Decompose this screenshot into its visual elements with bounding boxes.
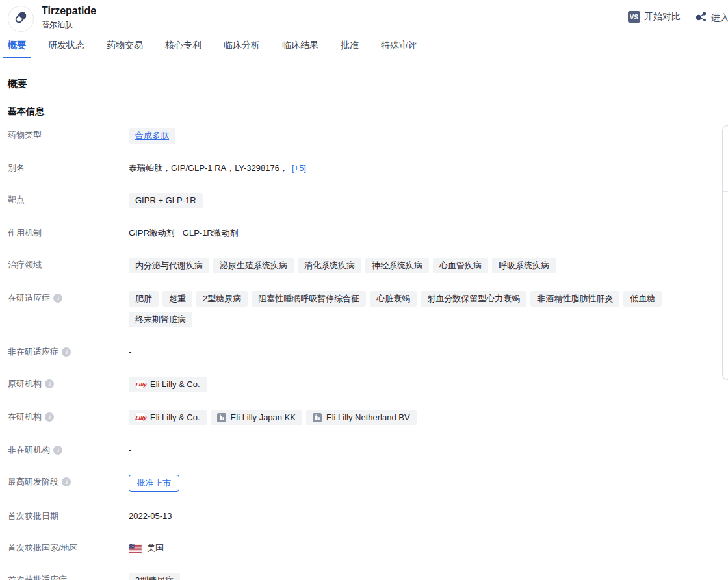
tab-drug-deals[interactable]: 药物交易 bbox=[107, 37, 143, 58]
org-name: Eli Lilly & Co. bbox=[150, 378, 200, 391]
row-drug-type: 药物类型 合成多肽 bbox=[8, 128, 728, 144]
building-icon bbox=[313, 413, 322, 422]
field-label: 非在研适应症 bbox=[8, 345, 58, 359]
page-header: Tirzepatide 替尔泊肽 VS 开始对比 进入 bbox=[0, 0, 728, 37]
drug-type-link[interactable]: 合成多肽 bbox=[135, 131, 169, 140]
tab-core-patents[interactable]: 核心专利 bbox=[165, 37, 202, 58]
field-label: 首次获批国家/地区 bbox=[8, 541, 129, 555]
field-label: 在研适应症 bbox=[8, 291, 50, 305]
vs-badge-icon: VS bbox=[628, 11, 640, 23]
therapy-area-tag[interactable]: 内分泌与代谢疾病 bbox=[129, 258, 209, 273]
drug-detail-page: Tirzepatide 替尔泊肽 VS 开始对比 进入 概要 研发状态 药物交易 bbox=[0, 0, 728, 580]
drug-avatar bbox=[8, 6, 34, 32]
org-name: Eli Lilly & Co. bbox=[150, 411, 200, 424]
row-target: 靶点 GIPR + GLP-1R bbox=[8, 193, 728, 208]
right-side-panel-edge[interactable] bbox=[722, 125, 728, 380]
field-label: 靶点 bbox=[8, 193, 129, 207]
info-icon[interactable]: i bbox=[62, 347, 71, 357]
side-panel-divider bbox=[723, 191, 728, 192]
field-label: 别名 bbox=[8, 161, 129, 175]
alias-text: 泰瑞帕肽，GIP/GLP-1 RA，LY-3298176， bbox=[129, 161, 288, 175]
highest-phase-badge[interactable]: 批准上市 bbox=[129, 475, 179, 492]
row-originator: 原研机构 i Lilly Eli Lilly & Co. bbox=[8, 377, 728, 392]
therapy-area-tag[interactable]: 呼吸系统疾病 bbox=[492, 258, 556, 273]
org-tag[interactable]: Eli Lilly Netherland BV bbox=[306, 410, 417, 425]
org-name: Eli Lilly Japan KK bbox=[231, 411, 296, 424]
basic-info-rows: 药物类型 合成多肽 别名 泰瑞帕肽，GIP/GLP-1 RA，LY-329817… bbox=[8, 128, 728, 580]
indication-tag[interactable]: 超重 bbox=[162, 291, 192, 307]
org-tag[interactable]: Lilly Eli Lilly & Co. bbox=[129, 410, 207, 425]
indication-tag[interactable]: 低血糖 bbox=[623, 291, 662, 307]
alias-more-link[interactable]: [+5] bbox=[292, 161, 306, 175]
overview-content: 概要 基本信息 药物类型 合成多肽 别名 泰瑞帕肽，GIP/GLP-1 RA，L… bbox=[8, 58, 728, 580]
info-icon[interactable]: i bbox=[53, 446, 62, 455]
tab-rd-status[interactable]: 研发状态 bbox=[48, 37, 84, 58]
empty-value: - bbox=[129, 443, 131, 457]
target-tag[interactable]: GIPR + GLP-1R bbox=[129, 193, 203, 208]
tab-clinical-results[interactable]: 临床结果 bbox=[282, 37, 318, 58]
org-tag[interactable]: Lilly Eli Lilly & Co. bbox=[129, 377, 207, 392]
title-block: Tirzepatide 替尔泊肽 bbox=[42, 5, 96, 30]
indication-tag[interactable]: 2型糖尿病 bbox=[196, 291, 248, 307]
drug-type-tag[interactable]: 合成多肽 bbox=[129, 128, 176, 144]
indication-tag[interactable]: 终末期肾脏病 bbox=[129, 312, 192, 327]
indication-tag[interactable]: 非酒精性脂肪性肝炎 bbox=[530, 291, 619, 307]
tab-bar: 概要 研发状态 药物交易 核心专利 临床分析 临床结果 批准 特殊审评 bbox=[0, 37, 728, 58]
horizontal-scrollbar-line[interactable] bbox=[0, 579, 728, 579]
lilly-logo-icon: Lilly bbox=[135, 412, 146, 423]
row-first-approval-date: 首次获批日期 2022-05-13 bbox=[8, 509, 728, 523]
indication-tag[interactable]: 阻塞性睡眠呼吸暂停综合征 bbox=[252, 291, 366, 307]
building-icon bbox=[217, 413, 226, 422]
field-label: 非在研机构 bbox=[8, 443, 50, 457]
network-share-icon bbox=[694, 11, 707, 25]
org-tag[interactable]: Eli Lilly Japan KK bbox=[211, 410, 302, 425]
field-label: 在研机构 bbox=[8, 410, 42, 424]
subsection-basic-info: 基本信息 bbox=[8, 105, 728, 117]
field-label: 最高研发阶段 bbox=[8, 475, 58, 489]
row-alias: 别名 泰瑞帕肽，GIP/GLP-1 RA，LY-3298176， [+5] bbox=[8, 161, 728, 175]
field-label: 原研机构 bbox=[8, 377, 42, 391]
tab-special-review[interactable]: 特殊审评 bbox=[381, 37, 417, 58]
moa-value: GLP-1R激动剂 bbox=[183, 226, 239, 240]
section-title-overview: 概要 bbox=[8, 77, 728, 90]
info-icon[interactable]: i bbox=[45, 412, 54, 422]
indication-tag[interactable]: 心脏衰竭 bbox=[370, 291, 417, 307]
row-inactive-indications: 非在研适应症 i - bbox=[8, 345, 728, 359]
indication-tag[interactable]: 射血分数保留型心力衰竭 bbox=[421, 291, 526, 307]
row-moa: 作用机制 GIPR激动剂 GLP-1R激动剂 bbox=[8, 226, 728, 240]
row-inactive-orgs: 非在研机构 i - bbox=[8, 443, 728, 457]
empty-value: - bbox=[129, 345, 131, 359]
lilly-logo-icon: Lilly bbox=[135, 379, 146, 390]
field-label: 作用机制 bbox=[8, 226, 129, 240]
drug-name: Tirzepatide bbox=[42, 5, 96, 18]
therapy-area-tag[interactable]: 泌尿生殖系统疾病 bbox=[213, 258, 294, 273]
enter-network-button[interactable]: 进入 bbox=[694, 11, 728, 25]
org-name: Eli Lilly Netherland BV bbox=[326, 411, 410, 424]
start-compare-label: 开始对比 bbox=[644, 11, 681, 23]
enter-label: 进入 bbox=[711, 12, 728, 24]
tab-overview[interactable]: 概要 bbox=[8, 37, 26, 58]
field-label: 首次获批日期 bbox=[8, 509, 129, 523]
row-active-indications: 在研适应症 i 肥胖 超重 2型糖尿病 阻塞性睡眠呼吸暂停综合征 心脏衰竭 射血… bbox=[8, 291, 728, 327]
therapy-area-tag[interactable]: 消化系统疾病 bbox=[298, 258, 361, 273]
start-compare-button[interactable]: VS 开始对比 bbox=[628, 11, 681, 23]
drug-name-cn: 替尔泊肽 bbox=[42, 19, 96, 30]
first-approval-date-value: 2022-05-13 bbox=[129, 509, 172, 523]
indication-tag[interactable]: 肥胖 bbox=[129, 291, 159, 307]
field-label: 治疗领域 bbox=[8, 258, 129, 272]
tab-clinical-analysis[interactable]: 临床分析 bbox=[224, 37, 260, 58]
info-icon[interactable]: i bbox=[62, 477, 71, 486]
first-approval-country-value: 美国 bbox=[147, 541, 164, 555]
row-first-approval-country: 首次获批国家/地区 bbox=[8, 541, 728, 555]
tab-approvals[interactable]: 批准 bbox=[341, 37, 359, 58]
therapy-area-tag[interactable]: 神经系统疾病 bbox=[365, 258, 429, 273]
field-label: 药物类型 bbox=[8, 128, 129, 142]
us-flag-icon bbox=[129, 544, 142, 553]
therapy-area-tag[interactable]: 心血管疾病 bbox=[433, 258, 488, 273]
row-highest-phase: 最高研发阶段 i 批准上市 bbox=[8, 475, 728, 492]
capsule-icon bbox=[14, 10, 28, 27]
row-active-orgs: 在研机构 i Lilly Eli Lilly & Co. bbox=[8, 410, 728, 425]
moa-value: GIPR激动剂 bbox=[129, 226, 175, 240]
info-icon[interactable]: i bbox=[53, 294, 62, 303]
info-icon[interactable]: i bbox=[45, 379, 54, 388]
